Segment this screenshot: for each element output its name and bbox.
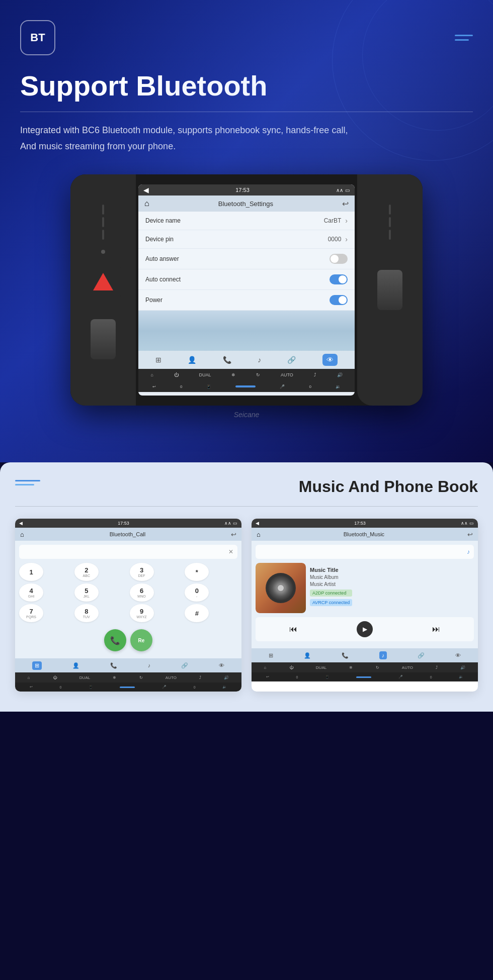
setting-row-device-name[interactable]: Device name CarBT › [138,212,355,230]
setting-row-power[interactable]: Power [138,290,355,311]
auto-connect-toggle[interactable] [330,274,348,284]
key-2[interactable]: 2 ABC [74,563,99,581]
nav-eye-icon-active[interactable]: 👁 [322,354,338,366]
left-knob[interactable] [91,319,116,359]
ps-snow[interactable]: ❄ [113,675,116,680]
status-power[interactable]: ⏻ [174,372,179,377]
dialer-clear-icon[interactable]: ✕ [228,548,233,555]
power-toggle[interactable] [330,295,348,305]
phone-nav-eye[interactable]: 👁 [219,662,224,668]
ms-snow[interactable]: ❄ [349,665,353,670]
music-bottom-nav: ⊞ 👤 📞 ♪ 🔗 👁 [252,648,478,662]
call-button[interactable]: 📞 [104,629,126,651]
ms2-vol[interactable]: 🔉 [459,675,463,679]
status-vol[interactable]: 🔊 [337,372,343,377]
home-icon[interactable]: ⌂ [144,199,149,208]
hazard-button[interactable] [86,264,121,299]
nav-grid-icon[interactable]: ⊞ [155,356,161,364]
ms-power[interactable]: ⏻ [289,665,293,670]
key-8[interactable]: 8 TUV [74,604,99,622]
ps-vol[interactable]: 🔊 [224,675,229,680]
setting-row-auto-answer[interactable]: Auto answer [138,249,355,269]
s-phone[interactable]: 📱 [206,384,211,389]
ms-fan[interactable]: ⤴ [436,665,438,670]
key-6[interactable]: 6 MNO [130,583,154,602]
key-7[interactable]: 7 PQRS [19,604,43,622]
phone-nav-grid-active[interactable]: ⊞ [32,661,42,670]
status-fan[interactable]: ⤴ [314,372,316,377]
ps2-phone[interactable]: 📱 [89,685,93,689]
ms-home[interactable]: ⌂ [264,665,267,670]
s-slider[interactable] [235,385,256,387]
section-lines-decoration [15,480,40,485]
music-nav-user[interactable]: 👤 [304,652,311,659]
prev-button[interactable]: ⏮ [289,625,297,634]
music-controls: ⏮ ▶ ⏭ [256,617,474,641]
ms2-slider[interactable] [356,676,371,678]
bottom-section: Music And Phone Book ◀ 17:53 ∧∧ ▭ ⌂ Blue… [0,462,493,712]
phone-back-arrow[interactable]: ◀ [19,521,23,526]
bottom-status-bar: ⌂ ⏻ DUAL ❄ ↻ AUTO ⤴ 🔊 [138,369,355,381]
phone-nav-link[interactable]: 🔗 [181,662,188,669]
settings-list: Device name CarBT › Device pin 0000 › [138,212,355,311]
phone-home-icon[interactable]: ⌂ [20,531,24,538]
hero-subtitle: Integrated with BC6 Bluetooth module, su… [20,122,473,155]
key-5[interactable]: 5 JKL [74,583,99,602]
status-bar: ◀ 17:53 ∧∧ ▭ [138,184,355,195]
phone-nav-user[interactable]: 👤 [72,662,79,669]
phone-back-icon[interactable]: ↩ [231,531,236,538]
music-note-icon: ♪ [467,548,470,555]
music-back-arrow[interactable]: ◀ [256,521,259,526]
nav-music-icon[interactable]: ♪ [258,356,261,364]
auto-answer-toggle[interactable] [330,254,348,264]
music-bottom-status-1: ⌂ ⏻ DUAL ❄ ↻ AUTO ⤴ 🔊 [252,662,478,672]
music-nav-phone[interactable]: 📞 [342,652,349,659]
status-home[interactable]: ⌂ [150,372,153,377]
music-nav-eye[interactable]: 👁 [455,652,461,658]
redial-button[interactable]: Re [130,629,152,651]
key-hash[interactable]: # [185,604,209,622]
back-icon[interactable]: ↩ [342,199,349,209]
ms-ac[interactable]: ↻ [376,665,379,670]
music-back-icon[interactable]: ↩ [467,531,473,538]
music-nav-grid[interactable]: ⊞ [269,652,273,659]
nav-phone-icon[interactable]: 📞 [223,356,231,364]
nav-user-icon[interactable]: 👤 [188,356,196,364]
next-button[interactable]: ⏭ [432,625,440,634]
phone-nav-phone[interactable]: 📞 [110,662,117,669]
back-arrow-icon[interactable]: ◀ [143,186,149,194]
ps-fan[interactable]: ⤴ [199,675,201,680]
music-nav-music-active[interactable]: ♪ [379,651,387,659]
music-home-icon[interactable]: ⌂ [257,531,261,538]
section-divider [15,506,478,507]
key-star[interactable]: * [185,563,209,581]
key-0[interactable]: 0 - [185,583,209,602]
music-nav-link[interactable]: 🔗 [418,652,425,659]
status-snow[interactable]: ❄ [231,372,235,377]
key-1[interactable]: 1 [19,563,43,581]
s-vol-down[interactable]: 🔉 [336,384,341,389]
hero-divider [20,112,473,112]
ms2-phone[interactable]: 📱 [325,675,330,679]
ps2-vol[interactable]: 🔉 [222,685,227,689]
menu-button[interactable] [455,35,473,41]
key-9[interactable]: 9 WXYZ [130,604,154,622]
key-3[interactable]: 3 DEF [130,563,154,581]
ms-vol[interactable]: 🔊 [460,665,465,670]
play-button[interactable]: ▶ [357,621,373,637]
setting-row-device-pin[interactable]: Device pin 0000 › [138,230,355,249]
ms2-back[interactable]: ↩ [266,675,269,679]
right-knob[interactable] [377,270,402,310]
ps-home[interactable]: ⌂ [28,675,30,680]
phone-nav-music[interactable]: ♪ [148,662,151,668]
ps-power[interactable]: ⏻ [53,675,57,680]
setting-row-auto-connect[interactable]: Auto connect [138,269,355,290]
key-4[interactable]: 4 GHI [19,583,43,602]
ps-ac[interactable]: ↻ [139,675,143,680]
s-back[interactable]: ↩ [152,384,156,389]
ps2-slider[interactable] [120,687,135,688]
nav-link-icon[interactable]: 🔗 [287,356,296,364]
music-screen: ◀ 17:53 ∧∧ ▭ ⌂ Bluetooth_Music ↩ ♪ [252,519,478,692]
ps2-back[interactable]: ↩ [30,685,33,689]
status-ac[interactable]: ↻ [256,372,260,377]
